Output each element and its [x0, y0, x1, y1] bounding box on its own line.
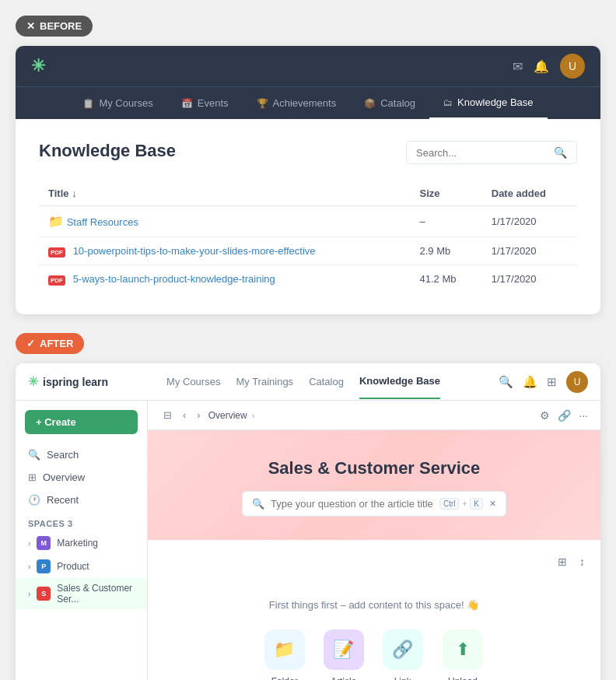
- space-dot-marketing: M: [37, 536, 51, 550]
- before-content-header: Knowledge Base 🔍: [39, 141, 577, 164]
- before-logo: ✳: [31, 56, 45, 76]
- sidebar-space-expand-marketing: ›: [28, 539, 30, 548]
- sidebar-space-product[interactable]: › P Product: [16, 555, 147, 578]
- link-icon[interactable]: 🔗: [558, 409, 571, 422]
- link-action-label: Link: [394, 676, 411, 680]
- sidebar-space-sales-label: Sales & Customer Ser...: [57, 583, 135, 605]
- after-breadcrumb: ⊟ ‹ › Overview › ⚙ 🔗 ···: [148, 401, 600, 430]
- sidebar-space-marketing[interactable]: › M Marketing: [16, 531, 147, 555]
- after-actions-grid: 📁 Folder 📝 Article 🔗 Link: [264, 629, 485, 680]
- after-action-link[interactable]: 🔗 Link: [383, 629, 423, 680]
- after-nav-catalog[interactable]: Catalog: [309, 365, 344, 398]
- before-tab-catalog[interactable]: 📦 Catalog: [350, 88, 429, 118]
- sidebar-item-overview[interactable]: ⊞ Overview: [16, 466, 147, 489]
- space-dot-product: P: [37, 559, 51, 573]
- before-file-table: Title ↓ Size Date added 📁 Staff Resource…: [39, 181, 577, 293]
- after-action-article[interactable]: 📝 Article: [324, 629, 364, 680]
- after-hero-search-icon: 🔍: [252, 498, 264, 510]
- after-hero-search-input[interactable]: [271, 498, 433, 510]
- before-mail-icon[interactable]: ✉: [513, 59, 523, 74]
- before-col-title: Title ↓: [39, 181, 411, 206]
- after-grid-icon[interactable]: ⊞: [547, 375, 557, 389]
- article-action-icon: 📝: [324, 629, 364, 670]
- sidebar-space-product-label: Product: [57, 561, 89, 572]
- before-top-nav: ✳ ✉ 🔔 U: [16, 46, 600, 86]
- create-button[interactable]: + Create: [25, 410, 138, 434]
- toggle-sidebar-button[interactable]: ⊟: [160, 408, 175, 422]
- before-nav-icons: ✉ 🔔 U: [513, 54, 585, 79]
- after-nav-knowledge-base[interactable]: Knowledge Base: [359, 364, 440, 399]
- breadcrumb-right: ⚙ 🔗 ···: [540, 409, 588, 422]
- before-tab-knowledge-base[interactable]: 🗂 Knowledge Base: [429, 87, 548, 119]
- forward-button[interactable]: ›: [194, 408, 203, 422]
- before-row-folder-date: 1/17/2020: [482, 206, 577, 237]
- after-hero-title: Sales & Customer Service: [163, 458, 585, 478]
- spaces-section-label: SPACES 3: [16, 511, 147, 531]
- before-col-size: Size: [411, 181, 482, 206]
- after-section: ✓ AFTER ✳ ispring learn My Courses My Tr…: [16, 333, 600, 680]
- sidebar-item-recent[interactable]: 🕐 Recent: [16, 489, 147, 511]
- after-bell-icon[interactable]: 🔔: [523, 375, 537, 389]
- before-sort-icon[interactable]: ↓: [72, 188, 77, 199]
- more-options-icon[interactable]: ···: [579, 409, 588, 422]
- before-file-staff-resources[interactable]: Staff Resources: [67, 216, 138, 228]
- sidebar-overview-icon: ⊞: [28, 471, 37, 483]
- after-nav-my-trainings[interactable]: My Trainings: [236, 365, 293, 398]
- settings-icon[interactable]: ⚙: [540, 409, 550, 422]
- after-empty-state: First things first – add content to this…: [160, 584, 588, 680]
- after-empty-text: First things first – add content to this…: [269, 599, 479, 611]
- before-row-pdf2-name: PDF 5-ways-to-launch-product-knowledge-t…: [39, 265, 411, 293]
- before-tab-achievements[interactable]: 🏆 Achievements: [243, 88, 351, 118]
- back-button[interactable]: ‹: [180, 408, 189, 422]
- after-hero-search-box[interactable]: 🔍 Ctrl + K ✕: [242, 491, 506, 517]
- before-col-date: Date added: [482, 181, 577, 206]
- after-avatar[interactable]: U: [566, 371, 588, 393]
- before-tab-events-label: Events: [198, 97, 229, 109]
- before-search-box[interactable]: 🔍: [406, 141, 577, 164]
- before-search-icon: 🔍: [554, 146, 567, 159]
- before-tab-achievements-label: Achievements: [273, 97, 337, 109]
- after-search-icon[interactable]: 🔍: [499, 375, 513, 389]
- after-action-upload[interactable]: ⬆ UploadDocument: [442, 629, 485, 680]
- article-action-label: Article: [331, 676, 356, 680]
- before-tab-catalog-label: Catalog: [380, 97, 415, 109]
- after-nav-links: My Courses My Trainings Catalog Knowledg…: [124, 364, 483, 399]
- before-search-input[interactable]: [416, 147, 548, 159]
- before-avatar[interactable]: U: [560, 54, 585, 79]
- sidebar-space-sales[interactable]: › S Sales & Customer Ser...: [16, 578, 147, 609]
- sort-button[interactable]: ↕: [576, 552, 588, 571]
- link-action-icon: 🔗: [383, 629, 423, 670]
- before-file-pdf2[interactable]: 5-ways-to-launch-product-knowledge-train…: [73, 273, 275, 285]
- before-tab-events[interactable]: 📅 Events: [167, 88, 243, 118]
- after-action-folder[interactable]: 📁 Folder: [264, 629, 305, 680]
- after-sidebar: + Create 🔍 Search ⊞ Overview 🕐 Recent SP…: [16, 401, 148, 680]
- sidebar-space-expand-product: ›: [28, 563, 30, 571]
- before-row-pdf2-size: 41.2 Mb: [411, 265, 482, 293]
- before-badge: ✕ BEFORE: [16, 16, 93, 37]
- sidebar-search-label: Search: [47, 449, 79, 461]
- sidebar-search-icon: 🔍: [28, 449, 40, 461]
- grid-view-button[interactable]: ⊞: [555, 552, 570, 571]
- space-dot-sales: S: [37, 587, 51, 601]
- before-row-folder-name: 📁 Staff Resources: [39, 206, 411, 237]
- after-logo-text: ispring learn: [43, 376, 108, 388]
- before-content: Knowledge Base 🔍 Title ↓ Size Date added: [16, 119, 600, 314]
- after-body: + Create 🔍 Search ⊞ Overview 🕐 Recent SP…: [16, 401, 600, 680]
- before-section: ✕ BEFORE ✳ ✉ 🔔 U 📋 My Courses 📅 Events 🏆: [16, 16, 600, 314]
- after-nav-my-courses[interactable]: My Courses: [166, 365, 220, 398]
- shortcut-k-key: K: [470, 498, 483, 510]
- before-row-pdf2-date: 1/17/2020: [482, 265, 577, 293]
- sidebar-item-search[interactable]: 🔍 Search: [16, 443, 147, 466]
- shortcut-ctrl-key: Ctrl: [439, 498, 460, 510]
- before-tab-achievements-icon: 🏆: [257, 98, 268, 109]
- after-top-nav: ✳ ispring learn My Courses My Trainings …: [16, 363, 600, 401]
- sidebar-space-expand-sales: ›: [28, 590, 30, 598]
- before-tab-my-courses[interactable]: 📋 My Courses: [68, 88, 166, 118]
- after-badge: ✓ AFTER: [16, 333, 84, 354]
- before-bell-icon[interactable]: 🔔: [534, 59, 549, 74]
- after-main: ⊟ ‹ › Overview › ⚙ 🔗 ··· Sales & Custome…: [148, 401, 600, 680]
- shortcut-close-icon[interactable]: ✕: [489, 499, 496, 509]
- before-file-pdf1[interactable]: 10-powerpoint-tips-to-make-your-slides-m…: [73, 245, 316, 257]
- before-badge-label: BEFORE: [40, 20, 82, 32]
- before-tab-bar: 📋 My Courses 📅 Events 🏆 Achievements 📦 C…: [16, 86, 600, 119]
